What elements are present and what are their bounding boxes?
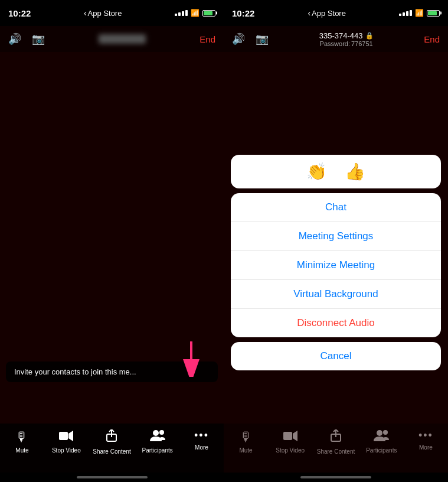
meeting-id-row: 335-374-443 🔒 (319, 31, 374, 40)
right-participants-label: Participants (366, 447, 397, 454)
right-share-label: Share Content (317, 448, 355, 455)
right-share-button[interactable]: Share Content (317, 429, 355, 455)
invite-tooltip-text: Invite your contacts to join this me... (14, 367, 136, 376)
meeting-participant-name (99, 34, 146, 44)
right-time: 10:22 (232, 8, 254, 18)
mute-icon: 🎙 (15, 429, 28, 445)
minimize-meeting-menu-item[interactable]: Minimize Meeting (231, 251, 441, 280)
left-status-bar: 10:22 ‹ App Store 📶 (0, 0, 224, 26)
cancel-button[interactable]: Cancel (231, 342, 441, 370)
right-back-label: App Store (312, 9, 346, 18)
share-content-icon (105, 429, 118, 446)
arrow-indicator (179, 341, 203, 379)
right-home-indicator (224, 473, 448, 482)
right-more-button[interactable]: ••• More (408, 429, 443, 451)
right-status-bar: 10:22 ‹ App Store 📶 (224, 0, 448, 26)
left-camera-flip-button[interactable]: 📷 (32, 32, 45, 45)
left-panel: 10:22 ‹ App Store 📶 🔊 📷 End (0, 0, 224, 482)
left-back-label: App Store (88, 9, 122, 18)
more-menu-overlay: 👏 👍 Chat Meeting Settings Minimize Meeti… (224, 149, 448, 424)
left-share-button[interactable]: Share Content (93, 429, 131, 455)
right-back-link[interactable]: ‹ App Store (308, 8, 346, 18)
reaction-bar: 👏 👍 (231, 155, 441, 188)
left-more-label: More (195, 444, 208, 451)
right-mute-label: Mute (239, 447, 252, 454)
left-participants-label: Participants (142, 447, 172, 454)
right-status-icons: 📶 (399, 9, 440, 17)
battery-icon (202, 10, 215, 17)
left-share-label: Share Content (93, 448, 131, 455)
left-time: 10:22 (8, 8, 31, 18)
left-top-bar: 🔊 📷 End (0, 26, 224, 52)
virtual-background-menu-item[interactable]: Virtual Background (231, 280, 441, 309)
left-end-button[interactable]: End (200, 34, 215, 44)
right-stop-video-icon (283, 429, 297, 445)
svg-marker-8 (293, 431, 297, 441)
wifi-icon: 📶 (191, 9, 200, 17)
meeting-id-text: 335-374-443 (319, 31, 363, 40)
left-back-chevron-icon: ‹ (84, 8, 87, 18)
left-top-icons: 🔊 📷 (8, 32, 45, 45)
left-back-link[interactable]: ‹ App Store (84, 8, 122, 18)
right-bottom-bar: 🎙 Mute Stop Video Share Content Particip… (224, 424, 448, 473)
participants-icon (150, 429, 165, 445)
right-top-bar: 🔊 📷 335-374-443 🔒 Password: 776751 End (224, 26, 448, 52)
left-participants-button[interactable]: Participants (140, 429, 175, 454)
left-mute-label: Mute (15, 447, 28, 454)
svg-point-11 (383, 430, 388, 435)
menu-group: Chat Meeting Settings Minimize Meeting V… (231, 193, 441, 337)
thumbsup-reaction[interactable]: 👍 (345, 162, 365, 181)
right-share-icon (329, 429, 342, 446)
right-stop-video-label: Stop Video (276, 447, 305, 454)
stop-video-icon (59, 429, 73, 445)
svg-point-10 (377, 430, 382, 436)
meeting-settings-menu-item[interactable]: Meeting Settings (231, 222, 441, 251)
down-arrow-icon (179, 341, 203, 377)
password-label: Password: (320, 40, 350, 47)
left-mute-button[interactable]: 🎙 Mute (4, 429, 40, 454)
left-speaker-button[interactable]: 🔊 (8, 32, 21, 45)
svg-point-5 (153, 430, 159, 436)
right-mute-button[interactable]: 🎙 Mute (228, 429, 264, 454)
password-row: Password: 776751 (319, 40, 374, 47)
right-top-icons: 🔊 📷 (232, 32, 269, 45)
left-video-area: Invite your contacts to join this me... (0, 52, 224, 424)
lock-icon: 🔒 (365, 32, 374, 40)
right-more-icon: ••• (418, 429, 433, 442)
svg-marker-3 (68, 431, 73, 441)
right-participants-button[interactable]: Participants (364, 429, 399, 454)
left-more-button[interactable]: ••• More (184, 429, 220, 451)
disconnect-audio-menu-item[interactable]: Disconnect Audio (231, 309, 441, 337)
right-wifi-icon: 📶 (415, 9, 424, 17)
right-battery-icon (427, 10, 440, 17)
left-stop-video-button[interactable]: Stop Video (48, 429, 84, 454)
right-participants-icon (374, 429, 389, 445)
signal-icon (175, 10, 188, 16)
right-stop-video-button[interactable]: Stop Video (273, 429, 308, 454)
chat-menu-item[interactable]: Chat (231, 193, 441, 222)
svg-rect-7 (283, 432, 292, 440)
left-stop-video-label: Stop Video (52, 447, 81, 454)
right-end-button[interactable]: End (424, 34, 440, 44)
password-value: 776751 (351, 40, 373, 47)
right-mute-icon: 🎙 (240, 429, 253, 445)
right-camera-flip-button[interactable]: 📷 (256, 32, 269, 45)
svg-rect-2 (59, 432, 68, 440)
right-more-label: More (419, 444, 433, 451)
clap-reaction[interactable]: 👏 (306, 162, 327, 181)
right-speaker-button[interactable]: 🔊 (232, 32, 245, 45)
left-bottom-bar: 🎙 Mute Stop Video Share Content Particip… (0, 424, 224, 473)
right-video-area: 👏 👍 Chat Meeting Settings Minimize Meeti… (224, 52, 448, 424)
svg-point-6 (159, 430, 164, 435)
cancel-group: Cancel (231, 342, 441, 370)
meeting-id-block: 335-374-443 🔒 Password: 776751 (319, 31, 374, 47)
right-signal-icon (399, 10, 412, 16)
right-back-chevron-icon: ‹ (308, 8, 310, 18)
left-status-icons: 📶 (175, 9, 215, 17)
left-home-indicator (0, 473, 224, 482)
more-icon: ••• (194, 429, 209, 442)
right-panel: 10:22 ‹ App Store 📶 🔊 📷 335-374-44 (224, 0, 448, 482)
